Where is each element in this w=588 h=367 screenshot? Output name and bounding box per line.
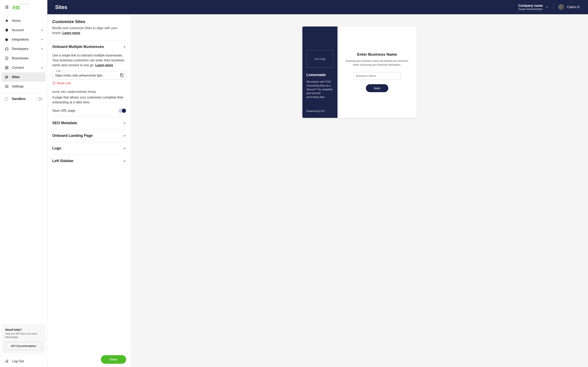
home-icon [4,18,9,23]
section-onboard-multiple[interactable]: Onboard Multiple Businesses [52,41,126,53]
avatar[interactable] [558,4,564,10]
sidebar: • • • • •FIS Home Account ▾ Integrations… [0,0,47,367]
logout-button[interactable]: Log Out [0,355,47,367]
chevron-down-icon: ▾ [42,48,43,50]
logout-icon [4,359,9,363]
preview-desc: Entering your business name will identif… [345,59,409,67]
company-name: Company name [518,4,543,8]
link-field: Link [52,71,126,80]
sidebar-item-label: Businesses [12,57,29,60]
sidebar-item-integrations[interactable]: Integrations ▾ [2,35,45,44]
save-url-toggle[interactable] [118,108,126,113]
chevron-down-icon [123,45,126,49]
company-selector[interactable]: Company name Super Administrator [518,4,543,11]
customize-desc: Modify and customize Sites to align with… [52,26,126,35]
chevron-down-icon [123,122,126,125]
sidebar-item-connect[interactable]: Connect ▾ [2,63,45,72]
section-landing[interactable]: Onboard Landing Page [52,129,126,142]
sidebar-item-account[interactable]: Account ▾ [2,25,45,35]
sandbox-icon [4,97,9,101]
chevron-down-icon [123,147,126,150]
save-bar: Save [47,352,131,367]
preview-title: Enter Business Name [357,52,397,57]
next-button[interactable]: Next [366,84,389,92]
sidebar-item-label: Developers [12,47,28,51]
help-title: Need help? [5,328,42,331]
help-card: Need help? Visit our API Docs for more i… [2,324,45,354]
powered-by: Powered by FIS [306,110,333,113]
svg-rect-7 [5,76,7,78]
chevron-down-icon: ▾ [42,66,43,69]
link-label: Link [55,69,62,72]
sidebar-item-sites[interactable]: Sites [2,72,45,82]
sidebar-item-label: Home [12,19,21,23]
sandbox-label: Sandbox [12,97,26,101]
preview-sidebar: Your Logo Lemonade We partner with FIS® … [302,26,337,118]
preview-main: Enter Business Name Entering your busine… [337,26,417,118]
svg-rect-4 [5,68,6,69]
save-url-desc: A page that allows your customers comple… [52,95,126,105]
header: Sites Company name Super Administrator C… [47,0,588,14]
learn-more-link[interactable]: Learn more [95,63,113,67]
svg-rect-1 [6,57,8,60]
sidebar-item-label: Settings [12,85,24,88]
chevron-down-icon [123,134,126,137]
building-icon [4,56,9,60]
svg-rect-6 [6,76,8,78]
save-button[interactable]: Save [101,355,126,364]
help-text: Visit our API Docs for more information [5,332,42,339]
nav: Home Account ▾ Integrations ▾ Developers… [0,15,47,324]
save-url-toggle-row: Save URL page [52,108,126,113]
page-title: Sites [55,4,67,10]
preview-area: Your Logo Lemonade We partner with FIS® … [131,14,588,367]
preview-brand-desc: We partner with FIS® Accounting Data as … [306,80,333,99]
puzzle-icon [4,37,9,42]
sidebar-item-label: Account [12,28,24,32]
learn-more-link[interactable]: Learn more [62,31,80,35]
svg-rect-2 [5,66,6,67]
section-seo[interactable]: SEO Metadata [52,117,126,129]
sidebar-item-home[interactable]: Home [2,16,45,25]
layers-icon [4,75,9,79]
svg-point-9 [6,86,7,87]
settings-panel: Customize Sites Modify and customize Sit… [47,14,131,367]
code-icon [4,47,9,51]
sandbox-toggle[interactable] [36,97,43,101]
copy-icon[interactable] [120,73,124,77]
sidebar-item-settings[interactable]: Settings [2,82,45,91]
save-url-subhead: SAVE URL ONBOARDING PAGE [52,91,126,93]
svg-rect-3 [7,66,8,67]
link-input[interactable] [55,74,117,77]
sidebar-item-label: Sites [12,75,20,79]
onboard-desc: Use a single link to onboard multiple bu… [52,53,126,68]
svg-rect-5 [7,68,8,69]
logo-placeholder: Your Logo [306,50,333,68]
svg-rect-10 [5,98,8,100]
sidebar-item-businesses[interactable]: Businesses [2,54,45,63]
menu-collapse-icon[interactable] [5,6,9,8]
settings-icon [4,84,9,89]
section-logo[interactable]: Logo [52,142,126,155]
chevron-down-icon: ▾ [42,38,43,41]
section-left-sidebar[interactable]: Left Sidebar [52,155,126,167]
preview-card: Your Logo Lemonade We partner with FIS® … [302,26,417,118]
sidebar-item-developers[interactable]: Developers ▾ [2,44,45,54]
grid-icon [4,66,9,70]
chevron-down-icon[interactable] [545,6,548,8]
sandbox-row: Sandbox [2,95,45,103]
user-name: Calvin H. [567,5,580,9]
fis-logo: • • • • •FIS [13,4,30,11]
api-docs-button[interactable]: API Documentation [5,342,42,350]
business-name-input[interactable] [354,72,401,80]
shield-icon [4,28,9,33]
chevron-down-icon: ▾ [42,29,43,32]
logout-label: Log Out [12,359,24,363]
reset-link-button[interactable]: Reset Link [52,82,71,85]
chevron-down-icon [123,159,126,163]
preview-brand: Lemonade [306,73,333,77]
customize-title: Customize Sites [52,19,126,24]
svg-rect-8 [5,85,8,88]
user-role: Super Administrator [518,8,543,11]
sidebar-item-label: Connect [12,66,24,69]
sidebar-item-label: Integrations [12,38,29,42]
